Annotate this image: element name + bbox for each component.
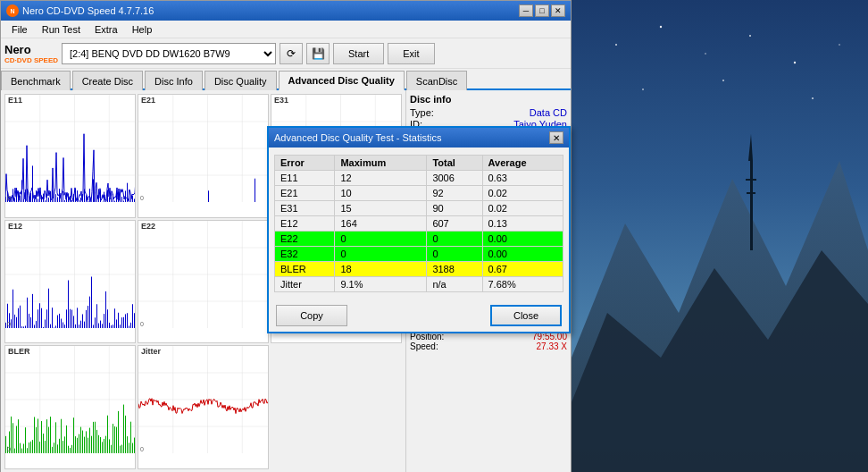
chart-bler-label: BLER — [8, 347, 30, 356]
svg-rect-3 — [750, 161, 753, 250]
disc-info-title: Disc info — [410, 94, 567, 105]
background-svg — [572, 0, 868, 472]
chart-e21-label: E21 — [141, 96, 155, 105]
stats-title-bar: Advanced Disc Quality Test - Statistics … — [269, 128, 569, 148]
chart-e22-canvas — [138, 221, 269, 328]
tab-disc-quality[interactable]: Disc Quality — [204, 71, 277, 90]
refresh-icon-btn[interactable]: ⟳ — [280, 43, 303, 64]
menu-extra[interactable]: Extra — [88, 22, 125, 37]
speed-value: 27.33 X — [537, 341, 567, 351]
stats-title: Advanced Disc Quality Test - Statistics — [274, 132, 441, 143]
disc-type-label: Type: — [410, 107, 434, 118]
drive-select[interactable]: [2:4] BENQ DVD DD DW1620 B7W9 — [62, 43, 276, 64]
start-button[interactable]: Start — [333, 43, 384, 64]
chart-bler: BLER — [4, 345, 136, 469]
tab-benchmark[interactable]: Benchmark — [1, 71, 71, 90]
stats-row: E121646070.13 — [275, 216, 563, 232]
stats-dialog: Advanced Disc Quality Test - Statistics … — [267, 126, 571, 333]
speed-label: Speed: — [410, 341, 438, 351]
stats-row: E3115900.02 — [275, 201, 563, 216]
stats-close-btn[interactable]: ✕ — [549, 131, 563, 144]
stats-row: E111230060.63 — [275, 171, 563, 186]
chart-e31-label: E31 — [274, 96, 288, 105]
stats-row: BLER1831880.67 — [275, 262, 563, 277]
chart-e22: E22 — [138, 220, 269, 344]
exit-button[interactable]: Exit — [388, 43, 434, 64]
chart-e12: E12 — [4, 220, 136, 344]
svg-point-13 — [642, 88, 644, 90]
stats-copy-btn[interactable]: Copy — [276, 305, 347, 326]
disc-type-row: Type: Data CD — [410, 107, 567, 118]
stats-row: Jitter9.1%n/a7.68% — [275, 277, 563, 292]
stats-row: E22000.00 — [275, 232, 563, 247]
menu-help[interactable]: Help — [125, 22, 160, 37]
stats-buttons: Copy Close — [269, 299, 569, 332]
svg-rect-6 — [747, 192, 755, 194]
svg-point-12 — [839, 44, 840, 46]
logo-cdspeed: CD·DVD SPEED — [4, 56, 58, 64]
app-icon: N — [6, 4, 19, 17]
toolbar: Nero CD·DVD SPEED [2:4] BENQ DVD DD DW16… — [1, 38, 571, 69]
svg-point-11 — [794, 62, 796, 63]
tab-scandisc[interactable]: ScanDisc — [406, 71, 467, 90]
nero-logo: Nero CD·DVD SPEED — [4, 43, 58, 64]
chart-bler-canvas — [5, 346, 136, 453]
app-title: Nero CD-DVD Speed 4.7.7.16 — [22, 5, 154, 16]
tab-bar: Benchmark Create Disc Disc Info Disc Qua… — [1, 69, 571, 90]
maximize-button[interactable]: □ — [535, 4, 549, 17]
stats-close-button[interactable]: Close — [490, 305, 562, 326]
menu-file[interactable]: File — [4, 22, 35, 37]
svg-point-10 — [749, 35, 751, 37]
chart-e11: E11 — [4, 94, 136, 218]
minimize-button[interactable]: ─ — [519, 4, 533, 17]
svg-point-15 — [812, 97, 814, 99]
chart-jitter-label: Jitter — [141, 347, 161, 356]
col-error: Error — [275, 156, 335, 171]
title-bar: N Nero CD-DVD Speed 4.7.7.16 ─ □ ✕ — [1, 1, 571, 21]
speed-row-prog: Speed: 27.33 X — [410, 341, 567, 351]
title-bar-buttons: ─ □ ✕ — [519, 4, 565, 17]
col-total: Total — [427, 156, 482, 171]
chart-e11-label: E11 — [8, 96, 22, 105]
chart-e12-canvas — [5, 221, 136, 328]
logo-nero: Nero — [4, 43, 58, 56]
close-button[interactable]: ✕ — [551, 4, 565, 17]
svg-point-7 — [615, 44, 617, 46]
chart-e11-canvas — [5, 95, 136, 202]
col-maximum: Maximum — [335, 156, 427, 171]
tab-advanced-disc-quality[interactable]: Advanced Disc Quality — [279, 71, 405, 90]
stats-tbody: E111230060.63E2110920.02E3115900.02E1216… — [275, 171, 563, 292]
chart-jitter: Jitter — [138, 345, 269, 469]
chart-e22-label: E22 — [141, 222, 155, 231]
col-average: Average — [482, 156, 563, 171]
chart-jitter-canvas — [138, 346, 269, 453]
stats-table: Error Maximum Total Average E111230060.6… — [274, 155, 563, 292]
svg-point-14 — [722, 80, 724, 81]
menu-run-test[interactable]: Run Test — [35, 22, 88, 37]
stats-content: Error Maximum Total Average E111230060.6… — [269, 148, 569, 299]
chart-empty — [271, 345, 402, 469]
tab-disc-info[interactable]: Disc Info — [145, 71, 203, 90]
svg-point-8 — [660, 26, 662, 28]
chart-e21: E21 — [138, 94, 269, 218]
svg-point-9 — [705, 53, 706, 55]
svg-rect-5 — [746, 179, 756, 181]
save-icon-btn[interactable]: 💾 — [306, 43, 330, 64]
menu-bar: File Run Test Extra Help — [1, 21, 571, 38]
stats-row: E32000.00 — [275, 247, 563, 262]
chart-e21-canvas — [138, 95, 269, 202]
tab-create-disc[interactable]: Create Disc — [72, 71, 143, 90]
disc-type-value: Data CD — [530, 107, 567, 118]
stats-row: E2110920.02 — [275, 186, 563, 201]
chart-e12-label: E12 — [8, 222, 22, 231]
background-area — [572, 0, 868, 472]
